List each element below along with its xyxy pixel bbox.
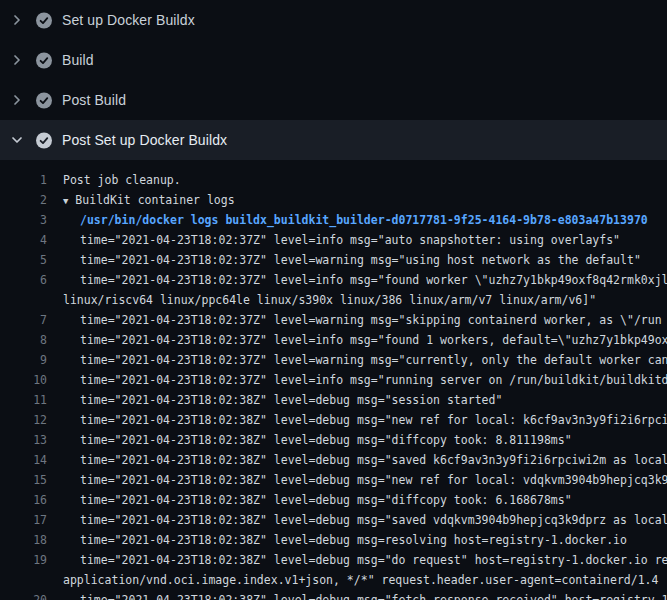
log-line: 18time="2021-04-23T18:02:38Z" level=debu…	[0, 530, 667, 550]
log-line-number[interactable]: 1	[0, 170, 47, 190]
log-line-number[interactable]: 18	[0, 530, 47, 550]
log-line-number[interactable]: 17	[0, 510, 47, 530]
log-text: time="2021-04-23T18:02:38Z" level=debug …	[80, 390, 502, 410]
log-line: 10time="2021-04-23T18:02:37Z" level=info…	[0, 370, 667, 390]
step-label: Post Build	[62, 92, 126, 108]
step-row-post-build[interactable]: Post Build	[0, 80, 667, 120]
log-line-number[interactable]: 11	[0, 390, 47, 410]
chevron-down-icon	[9, 132, 25, 148]
log-line-continuation: application/vnd.oci.image.index.v1+json,…	[0, 570, 667, 590]
group-label[interactable]: BuildKit container logs	[75, 193, 234, 207]
log-text: Post job cleanup.	[63, 170, 181, 190]
log-text: time="2021-04-23T18:02:37Z" level=warnin…	[80, 310, 662, 330]
log-line-number[interactable]: 5	[0, 250, 47, 270]
step-row-build[interactable]: Build	[0, 40, 667, 80]
log-line: 12time="2021-04-23T18:02:38Z" level=debu…	[0, 410, 667, 430]
log-line: 3/usr/bin/docker logs buildx_buildkit_bu…	[0, 210, 667, 230]
step-row-post-set-up-docker-buildx[interactable]: Post Set up Docker Buildx	[0, 120, 667, 160]
log-line: 8time="2021-04-23T18:02:37Z" level=info …	[0, 330, 667, 350]
step-list: Set up Docker Buildx Build Post Build	[0, 0, 667, 160]
chevron-right-icon	[9, 52, 25, 68]
log-text: linux/riscv64 linux/ppc64le linux/s390x …	[63, 290, 596, 310]
log-text: time="2021-04-23T18:02:37Z" level=warnin…	[80, 250, 641, 270]
log-line: 13time="2021-04-23T18:02:38Z" level=debu…	[0, 430, 667, 450]
log-text: time="2021-04-23T18:02:37Z" level=info m…	[80, 230, 620, 250]
log-line: 5time="2021-04-23T18:02:37Z" level=warni…	[0, 250, 667, 270]
check-circle-icon	[36, 132, 52, 148]
log-line: 11time="2021-04-23T18:02:38Z" level=debu…	[0, 390, 667, 410]
check-circle-icon	[36, 92, 52, 108]
log-text[interactable]: ▼ BuildKit container logs	[63, 190, 235, 210]
log-text: time="2021-04-23T18:02:38Z" level=debug …	[80, 470, 667, 490]
log-line-number[interactable]: 9	[0, 350, 47, 370]
log-text: time="2021-04-23T18:02:38Z" level=debug …	[80, 450, 667, 470]
log-line: 1Post job cleanup.	[0, 170, 667, 190]
log-line: 4time="2021-04-23T18:02:37Z" level=info …	[0, 230, 667, 250]
log-line: 19time="2021-04-23T18:02:38Z" level=debu…	[0, 550, 667, 570]
log-line-number	[0, 290, 47, 310]
log-line-number[interactable]: 8	[0, 330, 47, 350]
step-label: Set up Docker Buildx	[62, 12, 195, 28]
chevron-right-icon	[9, 92, 25, 108]
log-text: time="2021-04-23T18:02:38Z" level=debug …	[80, 490, 572, 510]
log-line-number[interactable]: 4	[0, 230, 47, 250]
log-line: 7time="2021-04-23T18:02:37Z" level=warni…	[0, 310, 667, 330]
log-text: time="2021-04-23T18:02:38Z" level=debug …	[80, 510, 667, 530]
log-text: time="2021-04-23T18:02:38Z" level=debug …	[80, 550, 667, 570]
log-text: time="2021-04-23T18:02:38Z" level=debug …	[80, 410, 667, 430]
log-line-number[interactable]: 3	[0, 210, 47, 230]
log-line: 16time="2021-04-23T18:02:38Z" level=debu…	[0, 490, 667, 510]
log-line-number[interactable]: 15	[0, 470, 47, 490]
group-collapse-toggle-icon[interactable]: ▼	[63, 196, 68, 206]
log-text: time="2021-04-23T18:02:37Z" level=info m…	[80, 370, 667, 390]
log-text: time="2021-04-23T18:02:38Z" level=debug …	[80, 530, 627, 550]
log-line-number[interactable]: 10	[0, 370, 47, 390]
log-line: 20time="2021-04-23T18:02:38Z" level=debu…	[0, 590, 667, 600]
log-text: time="2021-04-23T18:02:37Z" level=info m…	[80, 270, 667, 290]
log-panel: 1Post job cleanup.2▼ BuildKit container …	[0, 160, 667, 600]
log-line-number[interactable]: 13	[0, 430, 47, 450]
log-line-number	[0, 570, 47, 590]
log-text: time="2021-04-23T18:02:38Z" level=debug …	[80, 430, 572, 450]
step-label: Post Set up Docker Buildx	[62, 132, 227, 148]
log-line: 9time="2021-04-23T18:02:37Z" level=warni…	[0, 350, 667, 370]
log-text: time="2021-04-23T18:02:37Z" level=info m…	[80, 330, 667, 350]
log-line-number[interactable]: 19	[0, 550, 47, 570]
step-row-set-up-docker-buildx[interactable]: Set up Docker Buildx	[0, 0, 667, 40]
log-line: 2▼ BuildKit container logs	[0, 190, 667, 210]
log-command-text: /usr/bin/docker logs buildx_buildkit_bui…	[80, 210, 648, 230]
check-circle-icon	[36, 52, 52, 68]
log-line-continuation: linux/riscv64 linux/ppc64le linux/s390x …	[0, 290, 667, 310]
log-line: 17time="2021-04-23T18:02:38Z" level=debu…	[0, 510, 667, 530]
chevron-right-icon	[9, 12, 25, 28]
log-line-number[interactable]: 6	[0, 270, 47, 290]
check-circle-icon	[36, 12, 52, 28]
log-line-number[interactable]: 20	[0, 590, 47, 600]
log-text: application/vnd.oci.image.index.v1+json,…	[63, 570, 658, 590]
log-text: time="2021-04-23T18:02:38Z" level=debug …	[80, 590, 667, 600]
step-label: Build	[62, 52, 94, 68]
log-line: 14time="2021-04-23T18:02:38Z" level=debu…	[0, 450, 667, 470]
log-line-number[interactable]: 14	[0, 450, 47, 470]
actions-log-viewer: Set up Docker Buildx Build Post Build	[0, 0, 667, 600]
log-line: 6time="2021-04-23T18:02:37Z" level=info …	[0, 270, 667, 290]
log-text: time="2021-04-23T18:02:37Z" level=warnin…	[80, 350, 667, 370]
log-line-number[interactable]: 16	[0, 490, 47, 510]
log-line: 15time="2021-04-23T18:02:38Z" level=debu…	[0, 470, 667, 490]
log-line-number[interactable]: 7	[0, 310, 47, 330]
log-line-number[interactable]: 12	[0, 410, 47, 430]
log-line-number[interactable]: 2	[0, 190, 47, 210]
